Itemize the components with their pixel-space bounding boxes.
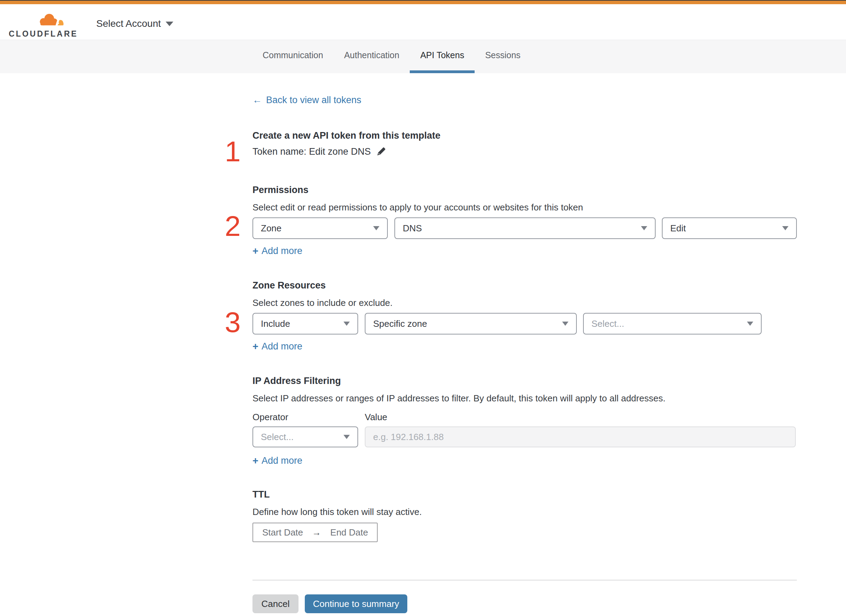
plus-icon: +	[253, 245, 258, 257]
template-heading: Create a new API token from this templat…	[253, 130, 440, 141]
end-date-label: End Date	[330, 527, 368, 538]
add-more-label: Add more	[262, 246, 302, 257]
caret-down-icon	[641, 226, 647, 230]
add-more-label: Add more	[262, 455, 302, 466]
step-number-3: 3	[209, 308, 241, 337]
arrow-right-icon: →	[312, 527, 321, 538]
ip-filtering-heading: IP Address Filtering	[253, 375, 341, 386]
zone-operator-value: Include	[261, 318, 290, 329]
cloudflare-wordmark: CLOUDFLARE	[9, 29, 68, 39]
header: CLOUDFLARE Select Account	[0, 4, 846, 40]
account-selector[interactable]: Select Account	[96, 18, 173, 29]
add-more-permissions-link[interactable]: + Add more	[253, 245, 302, 257]
step-number-2: 2	[209, 212, 241, 241]
add-more-ip-filter-link[interactable]: + Add more	[253, 455, 302, 466]
caret-down-icon	[747, 321, 753, 326]
operator-label: Operator	[253, 412, 288, 422]
cloudflare-cloud-icon	[38, 12, 66, 29]
permission-access-value: Edit	[670, 223, 686, 234]
add-more-zone-resources-link[interactable]: + Add more	[253, 341, 302, 352]
caret-down-icon	[343, 435, 350, 439]
ip-filtering-description: Select IP addresses or ranges of IP addr…	[253, 393, 665, 404]
add-more-label: Add more	[262, 341, 302, 352]
ttl-date-range[interactable]: Start Date → End Date	[253, 523, 378, 542]
permission-access-select[interactable]: Edit	[662, 217, 797, 239]
arrow-left-icon: ←	[253, 95, 262, 106]
ip-operator-placeholder: Select...	[261, 432, 294, 443]
cancel-button[interactable]: Cancel	[253, 594, 299, 613]
zone-resources-description: Select zones to include or exclude.	[253, 298, 393, 308]
permission-scope-value: Zone	[261, 223, 281, 234]
cloudflare-logo: CLOUDFLARE	[9, 12, 68, 37]
caret-down-icon	[373, 226, 380, 230]
ip-operator-select[interactable]: Select...	[253, 427, 358, 447]
footer-divider	[253, 580, 797, 581]
continue-to-summary-button[interactable]: Continue to summary	[305, 594, 407, 613]
tab-communication[interactable]: Communication	[252, 40, 334, 73]
tab-api-tokens[interactable]: API Tokens	[410, 40, 475, 73]
zone-picker-placeholder: Select...	[591, 318, 624, 329]
permission-service-select[interactable]: DNS	[394, 217, 656, 239]
caret-down-icon	[562, 321, 568, 326]
zone-picker-select[interactable]: Select...	[583, 313, 762, 334]
tab-authentication[interactable]: Authentication	[334, 40, 410, 73]
permissions-heading: Permissions	[253, 185, 309, 195]
tab-bar: Communication Authentication API Tokens …	[0, 40, 846, 73]
step-number-1: 1	[209, 137, 241, 166]
start-date-label: Start Date	[262, 527, 303, 538]
zone-operator-select[interactable]: Include	[253, 313, 358, 334]
value-label: Value	[365, 412, 387, 422]
token-name-text: Token name: Edit zone DNS	[253, 146, 371, 157]
zone-scope-value: Specific zone	[373, 318, 427, 329]
cloudflare-create-token-page: CLOUDFLARE Select Account Communication …	[0, 0, 846, 616]
plus-icon: +	[253, 341, 258, 352]
plus-icon: +	[253, 455, 258, 466]
permission-scope-select[interactable]: Zone	[253, 217, 388, 239]
caret-down-icon	[166, 22, 173, 26]
permissions-description: Select edit or read permissions to apply…	[253, 202, 583, 213]
caret-down-icon	[343, 321, 350, 326]
ttl-description: Define how long this token will stay act…	[253, 507, 422, 518]
edit-pencil-icon[interactable]	[375, 147, 386, 157]
permission-service-value: DNS	[403, 223, 422, 234]
ttl-heading: TTL	[253, 489, 269, 500]
ip-value-input[interactable]	[365, 427, 796, 447]
zone-scope-select[interactable]: Specific zone	[365, 313, 577, 334]
zone-resources-heading: Zone Resources	[253, 280, 326, 291]
brand-accent-bar	[0, 1, 846, 4]
back-link[interactable]: ← Back to view all tokens	[253, 95, 361, 106]
caret-down-icon	[782, 226, 789, 230]
back-link-label: Back to view all tokens	[266, 95, 361, 106]
token-name-line: Token name: Edit zone DNS	[253, 146, 386, 157]
tab-sessions[interactable]: Sessions	[475, 40, 531, 73]
account-selector-label: Select Account	[96, 18, 161, 29]
